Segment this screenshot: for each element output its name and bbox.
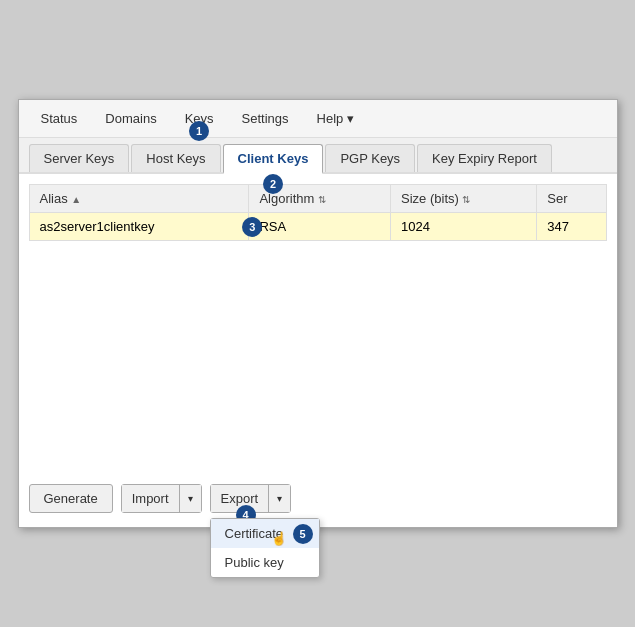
dropdown-item-public-key[interactable]: Public key [211,548,319,577]
nav-item-settings[interactable]: Settings [230,106,301,131]
import-split-button: Import ▾ [121,484,202,513]
sort-arrow-size: ⇅ [462,194,470,205]
cell-algorithm: RSA [249,213,391,241]
tab-bar: Server Keys Host Keys Client Keys 2 PGP … [19,138,617,174]
nav-keys-badge: 1 [189,121,209,141]
table-row[interactable]: as2server1clientkey 3 RSA 1024 347 [29,213,606,241]
tab-key-expiry-report[interactable]: Key Expiry Report [417,144,552,172]
import-chevron-icon: ▾ [188,493,193,504]
tab-host-keys[interactable]: Host Keys [131,144,220,172]
sort-arrow-algorithm: ⇅ [318,194,326,205]
import-dropdown-arrow[interactable]: ▾ [179,485,201,512]
tab-client-keys-badge: 2 [263,174,283,194]
sort-arrow-alias: ▲ [71,194,81,205]
tab-pgp-keys[interactable]: PGP Keys [325,144,415,172]
row-badge: 3 [242,217,262,237]
top-navigation: Status Domains Keys 1 Settings Help ▾ [19,100,617,138]
cell-size: 1024 [391,213,537,241]
certificate-badge: 5 [293,524,313,544]
tab-server-keys[interactable]: Server Keys [29,144,130,172]
cell-serial: 347 [537,213,606,241]
table-area: Alias ▲ Algorithm ⇅ Size (bits) ⇅ Ser [19,174,617,474]
nav-item-help[interactable]: Help ▾ [305,106,367,131]
main-window: Status Domains Keys 1 Settings Help ▾ Se… [18,99,618,528]
dropdown-item-certificate[interactable]: Certificate 5 [211,519,319,548]
cell-alias: as2server1clientkey 3 [29,213,249,241]
col-size[interactable]: Size (bits) ⇅ [391,185,537,213]
export-dropdown-arrow[interactable]: ▾ [268,485,290,512]
export-dropdown-menu: Certificate 5 Public key [210,518,320,578]
export-chevron-icon: ▾ [277,493,282,504]
nav-item-keys[interactable]: Keys 1 [173,106,226,131]
col-alias[interactable]: Alias ▲ [29,185,249,213]
tab-client-keys[interactable]: Client Keys 2 [223,144,324,174]
generate-button[interactable]: Generate [29,484,113,513]
col-serial[interactable]: Ser [537,185,606,213]
export-wrap: Export ▾ 4 Certificate 5 Public key [210,484,292,513]
footer: Generate Import ▾ Export ▾ 4 Certificate… [19,474,617,527]
help-dropdown-arrow-icon: ▾ [347,111,354,126]
table-header-row: Alias ▲ Algorithm ⇅ Size (bits) ⇅ Ser [29,185,606,213]
import-button[interactable]: Import [122,485,179,512]
nav-item-status[interactable]: Status [29,106,90,131]
keys-table: Alias ▲ Algorithm ⇅ Size (bits) ⇅ Ser [29,184,607,241]
nav-item-domains[interactable]: Domains [93,106,168,131]
